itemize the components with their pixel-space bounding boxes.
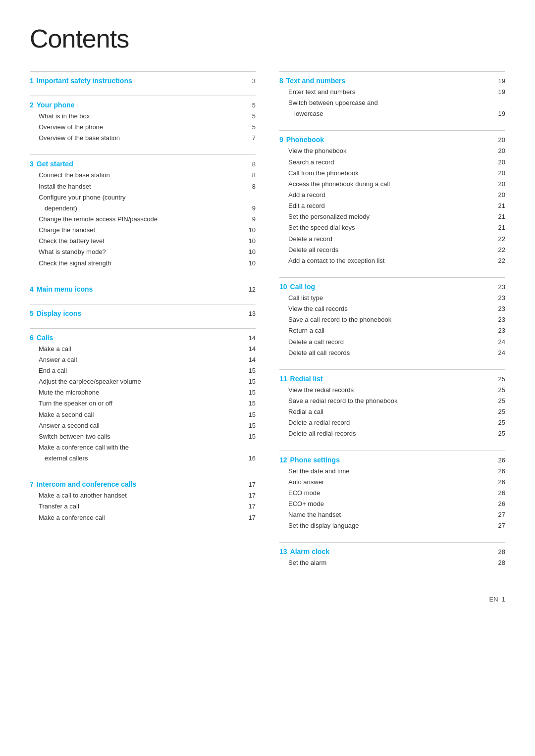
sub-item-title: Delete all records bbox=[288, 245, 493, 255]
section-page-7: 17 bbox=[244, 481, 256, 488]
section-8: 8Text and numbers19Enter text and number… bbox=[279, 71, 505, 119]
sub-item-page: 19 bbox=[493, 109, 505, 119]
sub-item-page: 25 bbox=[493, 418, 505, 428]
sub-item: Set the personalized melody21 bbox=[279, 211, 505, 222]
section-page-5: 13 bbox=[244, 310, 256, 317]
sub-item: Search a record20 bbox=[279, 157, 505, 168]
sub-item-title: Access the phonebook during a call bbox=[288, 179, 493, 189]
section-num-13: 13 bbox=[279, 548, 287, 555]
sub-item: View the redial records25 bbox=[279, 385, 505, 396]
sub-item: Call list type23 bbox=[279, 293, 505, 303]
sub-item: Make a call14 bbox=[30, 344, 256, 354]
sub-item: Set the speed dial keys21 bbox=[279, 222, 505, 233]
sub-item: What is standby mode?10 bbox=[30, 247, 256, 257]
section-header-9: 9Phonebook20 bbox=[279, 136, 505, 144]
sub-item-title: End a call bbox=[39, 366, 244, 376]
sub-item-title: What is standby mode? bbox=[39, 247, 244, 257]
sub-item: Enter text and numbers19 bbox=[279, 87, 505, 98]
sub-item: Name the handset27 bbox=[279, 509, 505, 520]
sub-item: Delete all records22 bbox=[279, 245, 505, 255]
section-title-10: Call log bbox=[290, 283, 493, 291]
page-title: Contents bbox=[30, 24, 505, 53]
sub-item-title: Delete a record bbox=[288, 234, 493, 244]
section-header-6: 6Calls14 bbox=[30, 334, 256, 342]
sub-item-title: Check the signal strength bbox=[39, 258, 244, 268]
sub-item-page: 8 bbox=[244, 170, 256, 180]
sub-item-page: 20 bbox=[493, 157, 505, 167]
section-title-6: Calls bbox=[37, 334, 244, 342]
section-num-8: 8 bbox=[279, 77, 283, 85]
sub-item: Check the battery level10 bbox=[30, 236, 256, 247]
sub-item-title: dependent) bbox=[45, 203, 244, 213]
section-page-3: 8 bbox=[244, 160, 256, 168]
sub-item: Mute the microphone15 bbox=[30, 387, 256, 398]
sub-item: Switch between two calls15 bbox=[30, 431, 256, 442]
sub-item-title: Redial a call bbox=[288, 407, 493, 417]
sub-item: Auto answer26 bbox=[279, 477, 505, 488]
sub-item-title: Set the display language bbox=[288, 521, 493, 531]
sub-item-page: 9 bbox=[244, 214, 256, 224]
sub-item: Transfer a call17 bbox=[30, 501, 256, 512]
section-title-12: Phone settings bbox=[290, 456, 493, 464]
sub-item: View the phonebook20 bbox=[279, 146, 505, 156]
section-header-8: 8Text and numbers19 bbox=[279, 77, 505, 85]
sub-item-page: 20 bbox=[493, 168, 505, 178]
section-title-7: Intercom and conference calls bbox=[37, 480, 244, 488]
sub-item-page: 27 bbox=[493, 510, 505, 520]
sub-item-page: 10 bbox=[244, 247, 256, 257]
sub-item-page: 26 bbox=[493, 477, 505, 487]
sub-item: ECO mode26 bbox=[279, 488, 505, 499]
sub-item-page: 21 bbox=[493, 212, 505, 222]
sub-item-title: lowercase bbox=[294, 109, 493, 119]
right-column: 8Text and numbers19Enter text and number… bbox=[279, 71, 505, 580]
sub-item-page: 25 bbox=[493, 429, 505, 439]
sub-item: Overview of the base station7 bbox=[30, 133, 256, 144]
section-num-4: 4 bbox=[30, 285, 34, 293]
sub-item: Delete all redial records25 bbox=[279, 428, 505, 439]
section-title-2: Your phone bbox=[37, 101, 244, 109]
sub-item-page: 26 bbox=[493, 466, 505, 476]
sub-item: Make a conference call17 bbox=[30, 512, 256, 523]
sub-item-title: View the call records bbox=[288, 304, 493, 314]
sub-item-title: Set the alarm bbox=[288, 558, 493, 568]
sub-item-title: Set the personalized melody bbox=[288, 212, 493, 222]
section-num-12: 12 bbox=[279, 456, 287, 464]
sub-item-page: 21 bbox=[493, 201, 505, 211]
sub-item-page: 19 bbox=[493, 87, 505, 97]
sub-item-page: 5 bbox=[244, 122, 256, 132]
sub-item-page: 20 bbox=[493, 190, 505, 200]
section-page-11: 25 bbox=[493, 375, 505, 383]
sub-item-page: 5 bbox=[244, 111, 256, 121]
sub-item-title: Return a call bbox=[288, 326, 493, 336]
section-page-12: 26 bbox=[493, 456, 505, 464]
section-header-2: 2Your phone5 bbox=[30, 101, 256, 109]
sub-item: Adjust the earpiece/speaker volume15 bbox=[30, 376, 256, 387]
section-6: 6Calls14Make a call14Answer a call14End … bbox=[30, 328, 256, 464]
section-title-9: Phonebook bbox=[286, 136, 493, 144]
section-12: 12Phone settings26Set the date and time2… bbox=[279, 451, 505, 532]
contents-layout: 1Important safety instructions32Your pho… bbox=[30, 71, 505, 580]
sub-item-page: 15 bbox=[244, 366, 256, 376]
sub-item: Make a call to another handset17 bbox=[30, 490, 256, 501]
sub-item: Check the signal strength10 bbox=[30, 258, 256, 269]
sub-item-page: 23 bbox=[493, 293, 505, 303]
sub-item: Turn the speaker on or off15 bbox=[30, 398, 256, 409]
section-13: 13Alarm clock28Set the alarm28 bbox=[279, 542, 505, 568]
section-header-12: 12Phone settings26 bbox=[279, 456, 505, 464]
sub-item: What is in the box5 bbox=[30, 111, 256, 122]
sub-item-page: 24 bbox=[493, 337, 505, 347]
section-page-4: 12 bbox=[244, 286, 256, 293]
section-page-13: 28 bbox=[493, 548, 505, 555]
sub-item-title: Make a conference call with the bbox=[39, 443, 244, 453]
sub-item-page: 15 bbox=[244, 377, 256, 387]
sub-item-page: 20 bbox=[493, 146, 505, 156]
sub-item-title: Auto answer bbox=[288, 477, 493, 487]
sub-item: View the call records23 bbox=[279, 303, 505, 314]
sub-item: ECO+ mode26 bbox=[279, 499, 505, 509]
section-title-13: Alarm clock bbox=[290, 548, 493, 555]
sub-item: Make a second call15 bbox=[30, 409, 256, 420]
sub-item: Connect the base station8 bbox=[30, 170, 256, 181]
section-9: 9Phonebook20View the phonebook20Search a… bbox=[279, 130, 505, 266]
section-11: 11Redial list25View the redial records25… bbox=[279, 369, 505, 440]
section-page-8: 19 bbox=[493, 77, 505, 85]
